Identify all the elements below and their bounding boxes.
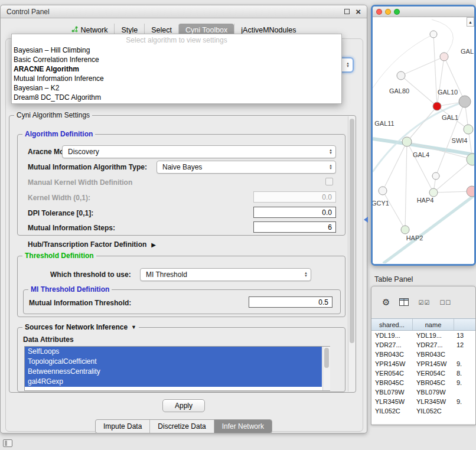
- network-edge: [401, 57, 444, 76]
- network-canvas[interactable]: GALGAL80GAL10GAL11GAL1SWI4GAL4GCY1HAP4HA…: [373, 17, 474, 264]
- aracne-mode-combo[interactable]: Discovery ▲▼: [62, 145, 336, 158]
- bottom-tab[interactable]: Infer Network: [214, 420, 272, 433]
- network-edge: [433, 34, 437, 106]
- network-node[interactable]: [397, 71, 405, 80]
- table-body: YDL19... YDL19... 13 YDR27... YDR27... 1…: [371, 331, 475, 424]
- dropdown-item[interactable]: Bayesian – K2: [12, 83, 341, 93]
- table-column-header[interactable]: shared...: [371, 319, 413, 330]
- table-column-header[interactable]: [454, 319, 475, 330]
- mi-steps-field[interactable]: [253, 221, 336, 233]
- network-edge: [407, 142, 433, 193]
- table-column-header[interactable]: name: [413, 319, 454, 330]
- apply-button[interactable]: Apply: [162, 399, 205, 412]
- cell-shared-name: YBR045C: [371, 379, 413, 386]
- attribute-list-item[interactable]: gal4RGexp: [25, 377, 322, 387]
- network-window-titlebar[interactable]: [373, 6, 474, 17]
- columns-icon[interactable]: [399, 298, 409, 308]
- cell-value: 9.: [454, 398, 475, 405]
- close-traffic-light-icon[interactable]: [376, 9, 382, 15]
- tab-label: Cyni Toolbox: [185, 26, 227, 34]
- dropdown-item[interactable]: Dream8 DC_TDC Algorithm: [12, 93, 341, 102]
- network-node-label: GAL: [461, 48, 474, 55]
- unselect-all-icon[interactable]: ☐☐: [439, 299, 451, 306]
- cell-value: 13: [454, 332, 475, 339]
- dropdown-item[interactable]: Basic Correlation Inference: [12, 55, 341, 64]
- network-node[interactable]: [429, 188, 438, 197]
- which-threshold-combo[interactable]: MI Threshold ▲▼: [140, 268, 311, 281]
- mi-threshold-field[interactable]: [249, 296, 332, 308]
- hub-definition-expander[interactable]: Hub/Transcription Factor Definition ▶: [28, 240, 156, 249]
- network-node[interactable]: [464, 125, 473, 134]
- sources-group-title[interactable]: Sources for Network Inference ▼: [22, 323, 139, 331]
- attribute-list-item[interactable]: TopologicalCoefficient: [25, 357, 322, 367]
- network-node[interactable]: [440, 53, 448, 61]
- table-row[interactable]: YBL079W YBL079W: [371, 387, 475, 397]
- collapse-panel-icon[interactable]: [364, 217, 368, 223]
- dropdown-item[interactable]: ARACNE Algorithm: [12, 64, 341, 74]
- algorithm-dropdown-popup: Select algorithm to view settings Bayesi…: [11, 34, 342, 104]
- table-row[interactable]: YIL052C YIL052C: [371, 406, 475, 416]
- dropdown-item-list: Bayesian – Hill ClimbingBasic Correlatio…: [12, 45, 341, 102]
- network-node[interactable]: [432, 172, 439, 180]
- minimized-panel-icon[interactable]: [3, 439, 12, 447]
- cell-value: 9.: [454, 379, 475, 386]
- bottom-tab[interactable]: Discretize Data: [149, 420, 213, 433]
- zoom-traffic-light-icon[interactable]: [394, 9, 400, 15]
- network-node-label: GAL80: [389, 87, 409, 94]
- settings-scrollbar-thumb[interactable]: [350, 119, 354, 343]
- list-scrollbar[interactable]: [322, 347, 330, 390]
- network-node[interactable]: [467, 186, 474, 197]
- collapsed-down-icon: ▼: [131, 324, 136, 330]
- table-row[interactable]: YLR345W YLR345W 9.: [371, 397, 475, 406]
- minimize-traffic-light-icon[interactable]: [385, 9, 391, 15]
- table-row[interactable]: YPR145W YPR145W 9.: [371, 359, 475, 369]
- combo-arrows-icon: ▲▼: [326, 164, 335, 170]
- table-header-row: shared...name: [371, 318, 475, 331]
- data-attributes-label: Data Attributes: [23, 335, 74, 344]
- control-panel-titlebar[interactable]: Control Panel ×: [1, 5, 367, 18]
- combo-down-arrow: ▼: [346, 65, 350, 68]
- select-all-icon[interactable]: ☑☑: [418, 299, 430, 306]
- cell-name: YBL079W: [413, 389, 454, 396]
- network-edge: [407, 106, 437, 142]
- network-node[interactable]: [430, 31, 437, 38]
- network-node[interactable]: [379, 187, 387, 195]
- dropdown-item[interactable]: Mutual Information Inference: [12, 74, 341, 83]
- table-row[interactable]: YER054C YER054C 8.: [371, 369, 475, 378]
- table-row[interactable]: YBR045C YBR045C 9.: [371, 378, 475, 387]
- table-panel-window: ⚙ ☑☑ ☐☐ shared...name YDL19... YDL19... …: [371, 286, 476, 425]
- network-node[interactable]: [402, 137, 412, 146]
- settings-group-title: Cyni Algorithm Settings: [14, 111, 92, 119]
- network-graph[interactable]: GALGAL80GAL10GAL11GAL1SWI4GAL4GCY1HAP4HA…: [373, 17, 474, 263]
- gear-icon[interactable]: ⚙: [382, 297, 390, 308]
- control-panel-window: Control Panel × Network Style Select Cyn…: [0, 5, 367, 433]
- mi-algorithm-type-combo[interactable]: Naive Bayes ▲▼: [157, 161, 336, 174]
- list-scrollbar-thumb[interactable]: [324, 348, 329, 368]
- settings-scrollbar[interactable]: [348, 116, 356, 392]
- cell-shared-name: YDR27...: [371, 341, 413, 348]
- network-view-window: GALGAL80GAL10GAL11GAL1SWI4GAL4GCY1HAP4HA…: [371, 5, 476, 266]
- cell-name: YDR27...: [413, 341, 454, 348]
- manual-kernel-width-checkbox[interactable]: [325, 178, 333, 185]
- cell-value: 9.: [454, 360, 475, 367]
- close-window-icon[interactable]: ×: [356, 9, 361, 15]
- combo-down-arrow: ▼: [329, 167, 332, 170]
- dropdown-item[interactable]: Bayesian – Hill Climbing: [12, 45, 341, 55]
- network-node[interactable]: [459, 96, 471, 107]
- dpi-tolerance-field[interactable]: [253, 207, 336, 218]
- network-node[interactable]: [433, 102, 441, 110]
- network-node-label: GAL11: [374, 120, 394, 127]
- network-node[interactable]: [401, 226, 409, 234]
- bottom-tab-bar: Impute DataDiscretize DataInfer Network: [1, 419, 367, 433]
- tab-label: jActiveMNodules: [241, 26, 296, 34]
- bottom-tab[interactable]: Impute Data: [96, 420, 149, 433]
- attribute-list-item[interactable]: BetweennessCentrality: [25, 367, 322, 377]
- table-row[interactable]: YBR043C YBR043C: [371, 350, 475, 359]
- table-row[interactable]: YDR27... YDR27... 12: [371, 340, 475, 350]
- table-row[interactable]: YDL19... YDL19... 13: [371, 331, 475, 340]
- table-panel-title: Table Panel: [374, 275, 413, 283]
- data-attributes-list[interactable]: SelfLoopsTopologicalCoefficientBetweenne…: [24, 346, 330, 391]
- float-window-icon[interactable]: [344, 9, 350, 14]
- scroll-up-button[interactable]: ▲: [467, 17, 474, 27]
- attribute-list-item[interactable]: SelfLoops: [25, 347, 322, 357]
